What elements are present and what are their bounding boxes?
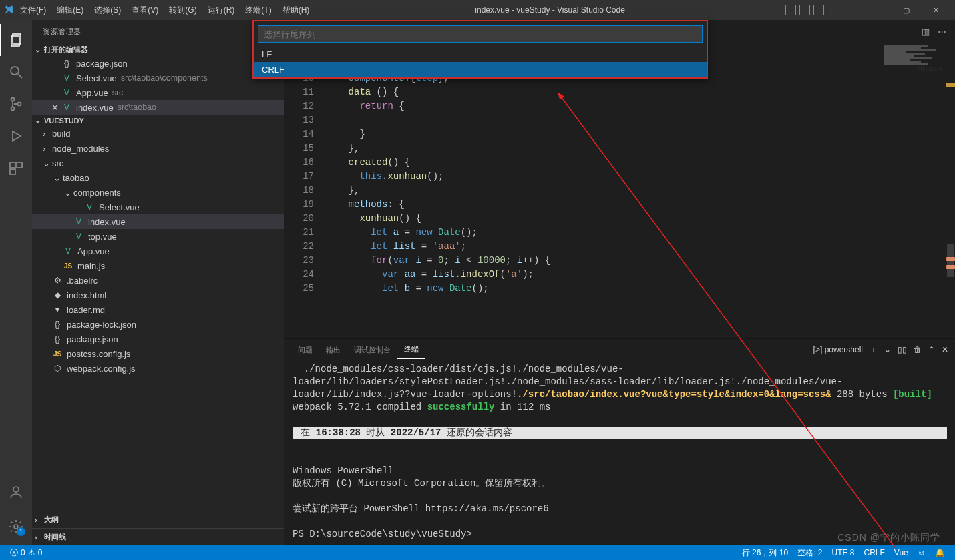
run-debug-icon[interactable] bbox=[0, 120, 32, 152]
tree-item[interactable]: Vindex.vue bbox=[32, 214, 284, 229]
minimap[interactable] bbox=[880, 45, 954, 111]
terminal[interactable]: ./node_modules/css-loader/dist/cjs.js!./… bbox=[284, 360, 955, 545]
menu-item[interactable]: 选择(S) bbox=[89, 3, 126, 17]
svg-point-2 bbox=[11, 67, 19, 75]
menu-item[interactable]: 帮助(H) bbox=[277, 3, 315, 17]
new-terminal-icon[interactable]: ＋ bbox=[870, 344, 878, 356]
tree-item-label: main.js bbox=[77, 261, 105, 271]
layout-icon[interactable] bbox=[785, 5, 796, 15]
window-close-icon[interactable]: ✕ bbox=[921, 0, 951, 20]
svg-point-6 bbox=[18, 103, 21, 106]
terminal-profile[interactable]: [>] powershell bbox=[813, 345, 863, 354]
tree-item[interactable]: {} package.json bbox=[32, 332, 284, 346]
terminal-dropdown-icon[interactable]: ⌄ bbox=[884, 345, 891, 354]
tree-item[interactable]: ⌄src bbox=[32, 156, 284, 170]
status-cursor[interactable]: 行 26，列 10 bbox=[737, 547, 793, 559]
tree-item[interactable]: ⌄taobao bbox=[32, 170, 284, 185]
open-editor-item[interactable]: {} package.json bbox=[32, 56, 284, 71]
panel-close-icon[interactable]: ✕ bbox=[942, 345, 948, 354]
tree-item-label: package.json bbox=[67, 334, 118, 344]
layout-icon[interactable] bbox=[813, 5, 824, 15]
status-encoding[interactable]: UTF-8 bbox=[827, 548, 859, 557]
chevron-icon: ⌄ bbox=[43, 158, 52, 168]
file-icon: V bbox=[84, 202, 95, 212]
tree-item[interactable]: ⬡webpack.config.js bbox=[32, 361, 284, 376]
panel-tab[interactable]: 输出 bbox=[319, 341, 347, 359]
tree-item[interactable]: {} package-lock.json bbox=[32, 317, 284, 332]
more-icon[interactable]: ⋯ bbox=[934, 27, 950, 37]
panel-maximize-icon[interactable]: ⌃ bbox=[928, 345, 935, 354]
project-section[interactable]: ⌄VUESTUDY bbox=[32, 115, 284, 126]
file-icon: V bbox=[61, 73, 72, 83]
file-icon: V bbox=[61, 87, 72, 98]
kill-terminal-icon[interactable]: 🗑 bbox=[914, 345, 922, 354]
chevron-icon: ⌄ bbox=[53, 173, 63, 183]
tree-item[interactable]: ▾loader.md bbox=[32, 302, 284, 317]
tree-item[interactable]: ◆index.html bbox=[32, 288, 284, 302]
panel: 问题输出调试控制台终端 [>] powershell ＋ ⌄ ▯▯ 🗑 ⌃ ✕ … bbox=[284, 338, 955, 545]
file-name: App.vue bbox=[76, 88, 108, 98]
open-editor-item[interactable]: VSelect.vuesrc\taobao\components bbox=[32, 71, 284, 85]
panel-tab[interactable]: 问题 bbox=[291, 341, 319, 359]
menu-item[interactable]: 终端(T) bbox=[240, 3, 276, 17]
file-icon: V bbox=[73, 216, 84, 227]
extensions-icon[interactable] bbox=[0, 152, 32, 184]
notifications-icon[interactable]: 🔔 bbox=[930, 548, 950, 557]
tree-item[interactable]: ›build bbox=[32, 126, 284, 141]
open-editor-item[interactable]: ✕Vindex.vuesrc\taobao bbox=[32, 100, 284, 115]
tree-item-label: taobao bbox=[63, 173, 89, 183]
close-icon[interactable]: ✕ bbox=[49, 103, 60, 113]
explorer-icon[interactable] bbox=[0, 24, 32, 56]
settings-gear-icon[interactable]: 1 bbox=[0, 511, 32, 543]
tree-item[interactable]: ⌄components bbox=[32, 185, 284, 200]
outline-section[interactable]: ›大纲 bbox=[32, 511, 284, 528]
svg-rect-8 bbox=[10, 162, 15, 168]
warning-icon: ⚠ bbox=[28, 548, 35, 557]
menu-item[interactable]: 编辑(E) bbox=[51, 3, 89, 17]
account-icon[interactable] bbox=[0, 476, 32, 508]
panel-tab[interactable]: 终端 bbox=[397, 340, 425, 359]
timeline-section[interactable]: ›时间线 bbox=[32, 528, 284, 545]
tree-item[interactable]: ⚙.babelrc bbox=[32, 273, 284, 288]
status-language[interactable]: Vue bbox=[890, 548, 913, 557]
status-errors[interactable]: ⓧ0 ⚠0 bbox=[5, 547, 47, 559]
split-terminal-icon[interactable]: ▯▯ bbox=[898, 345, 907, 354]
open-editors-section[interactable]: ⌄打开的编辑器 bbox=[32, 43, 284, 56]
settings-badge: 1 bbox=[17, 527, 25, 536]
menu-item[interactable]: 查看(V) bbox=[126, 3, 164, 17]
layout-icon[interactable] bbox=[799, 5, 810, 15]
tree-item[interactable]: ›node_modules bbox=[32, 141, 284, 156]
menu-item[interactable]: 转到(G) bbox=[164, 3, 202, 17]
menu-item[interactable]: 运行(R) bbox=[202, 3, 240, 17]
tree-item[interactable]: VApp.vue bbox=[32, 244, 284, 258]
menu-item[interactable]: 文件(F) bbox=[15, 3, 51, 17]
layout-icon[interactable] bbox=[837, 5, 847, 15]
editor-scrollbar[interactable] bbox=[946, 43, 955, 338]
open-editor-item[interactable]: VApp.vuesrc bbox=[32, 85, 284, 100]
tree-item[interactable]: VSelect.vue bbox=[32, 200, 284, 214]
source-control-icon[interactable] bbox=[0, 88, 32, 120]
status-eol[interactable]: CRLF bbox=[859, 548, 889, 557]
quick-pick-item[interactable]: CRLF bbox=[254, 62, 707, 77]
file-icon: ◆ bbox=[52, 290, 63, 300]
quick-pick: LFCRLF bbox=[252, 20, 708, 79]
quick-pick-input[interactable] bbox=[258, 25, 703, 43]
chevron-icon: ⌄ bbox=[64, 188, 73, 198]
quick-pick-item[interactable]: LF bbox=[254, 47, 707, 62]
search-icon[interactable] bbox=[0, 56, 32, 88]
split-editor-icon[interactable]: ▥ bbox=[918, 27, 934, 37]
svg-marker-7 bbox=[13, 131, 21, 141]
panel-tab[interactable]: 调试控制台 bbox=[347, 341, 397, 359]
tree-item[interactable]: JSmain.js bbox=[32, 258, 284, 273]
file-icon: ⚙ bbox=[52, 275, 63, 286]
status-spaces[interactable]: 空格: 2 bbox=[793, 547, 827, 559]
file-path: src\taobao bbox=[118, 103, 156, 112]
layout-controls[interactable]: | bbox=[785, 5, 849, 15]
feedback-icon[interactable]: ☺ bbox=[913, 548, 930, 557]
code-editor[interactable]: 8910111213141516171819202122232425 impor… bbox=[284, 43, 955, 338]
window-minimize-icon[interactable]: — bbox=[861, 0, 891, 20]
tree-item[interactable]: Vtop.vue bbox=[32, 229, 284, 244]
tree-item[interactable]: JSpostcss.config.js bbox=[32, 346, 284, 361]
window-maximize-icon[interactable]: ▢ bbox=[891, 0, 921, 20]
app-title: index.vue - vueStudy - Visual Studio Cod… bbox=[315, 5, 785, 15]
